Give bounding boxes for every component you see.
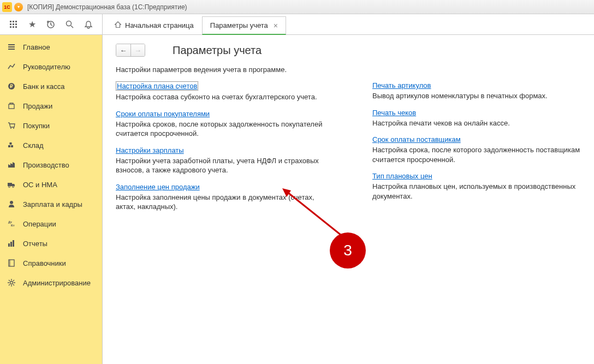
sidebar-label: Банк и касса (23, 82, 65, 91)
sidebar-item-manager[interactable]: Руководителю (0, 57, 102, 76)
sidebar-label: Справочники (23, 259, 66, 267)
link-print-articles[interactable]: Печать артикулов (372, 81, 431, 89)
param-block: Сроки оплаты покупателями Настройка срок… (116, 110, 334, 139)
sidebar-item-purchases[interactable]: Покупки (0, 116, 102, 135)
param-block: Настройки зарплаты Настройки учета зараб… (116, 146, 334, 175)
nav-arrows: ← → (116, 44, 145, 57)
sidebar-item-production[interactable]: Производство (0, 155, 102, 175)
cart-icon (7, 121, 16, 130)
svg-rect-7 (13, 26, 14, 28)
sidebar-label: Администрирование (23, 279, 91, 287)
apps-icon[interactable] (7, 18, 20, 31)
nav-back-button[interactable]: ← (116, 44, 130, 56)
toolbar: ★ Начальная страница Параметры учета × (0, 14, 594, 35)
history-icon[interactable] (44, 18, 57, 31)
svg-point-24 (9, 186, 10, 188)
link-salary-settings[interactable]: Настройки зарплаты (116, 146, 184, 154)
svg-rect-0 (10, 21, 11, 22)
svg-rect-21 (11, 145, 13, 147)
svg-point-25 (13, 186, 14, 188)
left-column: Настройка плана счетов Настройка состава… (116, 81, 334, 219)
svg-rect-1 (13, 21, 14, 22)
svg-point-19 (13, 128, 14, 129)
annotation-badge: 3 (330, 232, 366, 268)
sidebar-label: Операции (23, 220, 56, 228)
sidebar-item-bank[interactable]: ₽ Банк и касса (0, 76, 102, 96)
param-desc: Настройка печати чеков на онлайн кассе. (372, 118, 591, 128)
operations-icon: ДтКт (7, 219, 16, 229)
content: ← → Параметры учета Настройки параметров… (103, 35, 594, 364)
svg-text:Кт: Кт (11, 224, 15, 227)
tab-home-label: Начальная страница (125, 21, 194, 29)
sidebar-label: Покупки (23, 122, 50, 130)
titlebar: 1C ▾ [КОПИЯ] Демонстрационная база (1С:П… (0, 0, 594, 14)
sidebar-label: Главное (23, 43, 50, 51)
svg-rect-20 (8, 145, 10, 147)
star-icon[interactable]: ★ (26, 18, 39, 31)
link-payment-terms-customers[interactable]: Сроки оплаты покупателями (116, 110, 210, 118)
sidebar-item-salary[interactable]: Зарплата и кадры (0, 194, 102, 214)
param-desc: Настройка заполнения цены продажи в доку… (116, 193, 334, 212)
sidebar-item-admin[interactable]: Администрирование (0, 273, 102, 293)
param-desc: Настройка состава субконто на счетах бух… (116, 92, 334, 102)
warehouse-icon (7, 140, 16, 150)
sidebar-item-assets[interactable]: ОС и НМА (0, 175, 102, 194)
svg-rect-29 (8, 243, 10, 247)
right-column: Печать артикулов Вывод артикулов номенкл… (372, 81, 591, 219)
tab-home[interactable]: Начальная страница (106, 16, 202, 34)
sidebar-item-sales[interactable]: Продажи (0, 96, 102, 116)
link-payment-terms-suppliers[interactable]: Срок оплаты поставщикам (372, 135, 461, 144)
tab-close-icon[interactable]: × (274, 21, 278, 30)
sidebar-label: Продажи (23, 102, 52, 110)
book-icon (7, 258, 16, 268)
param-block: Настройка плана счетов Настройка состава… (116, 81, 334, 102)
home-icon (114, 21, 122, 30)
svg-rect-5 (15, 23, 17, 25)
menu-icon (7, 42, 16, 52)
svg-point-26 (10, 201, 13, 204)
chart-line-icon (7, 62, 16, 71)
sales-icon (7, 101, 16, 111)
sidebar-item-main[interactable]: Главное (0, 37, 102, 57)
param-block: Печать чеков Настройка печати чеков на о… (372, 109, 591, 128)
titlebar-dropdown-icon[interactable]: ▾ (14, 3, 23, 11)
param-block: Тип плановых цен Настройка плановых цен,… (372, 172, 591, 201)
param-block: Заполнение цен продажи Настройка заполне… (116, 183, 334, 212)
sidebar-item-reports[interactable]: Отчеты (0, 234, 102, 253)
svg-rect-8 (15, 26, 17, 28)
svg-line-11 (71, 26, 73, 28)
sidebar-item-operations[interactable]: ДтКт Операции (0, 214, 102, 234)
nav-forward-button[interactable]: → (130, 44, 145, 56)
link-sales-prices[interactable]: Заполнение цен продажи (116, 183, 200, 191)
sidebar-item-catalogs[interactable]: Справочники (0, 253, 102, 273)
svg-rect-6 (10, 26, 11, 28)
person-icon (7, 199, 16, 209)
tab-params-label: Параметры учета (210, 21, 268, 29)
link-chart-of-accounts[interactable]: Настройка плана счетов (116, 81, 198, 91)
sidebar-label: Руководителю (23, 63, 70, 71)
svg-text:₽: ₽ (10, 83, 13, 89)
param-desc: Настройка срока, после которого задолжен… (372, 145, 591, 164)
truck-icon (7, 180, 16, 189)
link-planned-prices[interactable]: Тип плановых цен (372, 172, 432, 180)
svg-point-18 (10, 128, 11, 129)
tabs: Начальная страница Параметры учета × (103, 14, 286, 34)
svg-rect-30 (10, 242, 12, 247)
param-desc: Вывод артикулов номенклатуры в печатных … (372, 91, 591, 101)
titlebar-text: [КОПИЯ] Демонстрационная база (1С:Предпр… (27, 3, 187, 11)
search-icon[interactable] (63, 18, 76, 31)
tab-params[interactable]: Параметры учета × (202, 16, 286, 35)
content-header: ← → Параметры учета (116, 44, 581, 57)
sidebar-label: Производство (23, 161, 69, 169)
link-print-receipts[interactable]: Печать чеков (372, 109, 416, 117)
sidebar-label: ОС и НМА (23, 181, 57, 189)
sidebar-label: Склад (23, 141, 44, 150)
svg-rect-2 (15, 21, 17, 22)
toolbar-left: ★ (0, 14, 103, 34)
svg-point-34 (10, 282, 13, 284)
content-description: Настройки параметров ведения учета в про… (116, 65, 581, 74)
bell-icon[interactable] (82, 18, 95, 31)
sidebar: Главное Руководителю ₽ Банк и касса Прод… (0, 35, 103, 364)
sidebar-item-warehouse[interactable]: Склад (0, 135, 102, 155)
svg-rect-31 (13, 240, 14, 247)
